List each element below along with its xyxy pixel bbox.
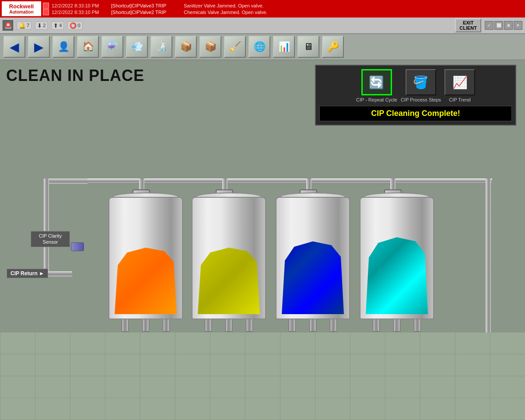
tool-fan-button[interactable]: 💨 xyxy=(126,36,148,58)
tank-recovered-leg-2 xyxy=(309,318,316,332)
cip-steps-label: CIP Process Steps xyxy=(401,97,441,102)
alarm-msg-1: Sanitizer Valve Jammed. Open valve. xyxy=(184,3,264,8)
tank-recovered-leg-1 xyxy=(289,318,296,332)
logo-rockwell: Rockwell xyxy=(9,3,34,10)
pipe-left-vertical xyxy=(44,178,49,275)
display-icon[interactable]: 🖥 xyxy=(504,21,513,30)
tank-chemicals-level-unit: Liters xyxy=(154,371,166,376)
tank-sanitizer-outlet-valve[interactable]: ⬡ xyxy=(219,332,238,348)
tool-broom-button[interactable]: 🧹 xyxy=(224,36,246,58)
alarm-icon[interactable]: 🚨 xyxy=(3,20,13,31)
cip-return-label: CIP Return xyxy=(7,269,48,278)
tank-recovered-level-value: 12499 xyxy=(293,368,319,378)
tank-chemicals-level-value: 8000 xyxy=(126,368,152,378)
cip-trend-label: CIP Trend xyxy=(449,97,470,102)
exit-client-button[interactable]: EXITCLIENT xyxy=(455,18,481,32)
tool-box-button[interactable]: 📦 xyxy=(175,36,197,58)
pump-motor-electric xyxy=(8,350,28,368)
cip-steps-icon: 🪣 xyxy=(406,69,436,95)
alarm-tag-1: [Shortcut]CIPValve3 TRIP xyxy=(111,3,181,8)
tank-recovered-level-label: Tank Level xyxy=(282,361,343,368)
tank-chemicals-shell xyxy=(108,197,183,319)
tank-fresh-leg-2 xyxy=(393,318,400,332)
toolbar: ◀ ▶ 👤 🏠 ⚗️ 💨 🍶 📦 📦 🧹 🌐 📊 🖥 🔑 xyxy=(0,34,525,60)
tank-recovered-leg-3 xyxy=(330,318,337,332)
tool-home-button[interactable]: 🏠 xyxy=(77,36,99,58)
tank-fresh-leg-3 xyxy=(414,318,421,332)
tank-recovered-level-row: 12499 Liters xyxy=(282,368,343,378)
clarity-sensor-device xyxy=(71,242,84,251)
alarm-down-badge: ⬇ 2 xyxy=(35,21,48,30)
tool-chart-button[interactable]: 📊 xyxy=(273,36,295,58)
tank-fresh-leg-1 xyxy=(373,318,380,332)
tank-recovered-outlet-valve[interactable]: ⬡ xyxy=(303,332,322,348)
nav-forward-button[interactable]: ▶ xyxy=(28,36,50,58)
tank-recovered-water: ⬡ Recovered Water Tank Level 12499 Liter… xyxy=(276,197,350,381)
tank-recovered-legs xyxy=(282,318,343,332)
pump-assembly: Idle xyxy=(8,350,80,368)
alarm-indicator-2 xyxy=(43,9,49,15)
cip-repeat-label: CIP - Repeat Cycle xyxy=(356,97,397,102)
alarm-entry-2: 12/2/2022 8:33:10 PM [Shortcut]CIPValve2… xyxy=(43,9,523,15)
alarm-count-badge: 🔔 7 xyxy=(17,21,32,30)
tank-sanitizer-leg-3 xyxy=(246,318,253,332)
nav-back-button[interactable]: ◀ xyxy=(4,36,25,58)
tank-chemicals-leg-2 xyxy=(142,318,149,332)
tank-fresh-level-unit: Liters xyxy=(405,371,417,376)
cip-button-group: 🔄 CIP - Repeat Cycle 🪣 CIP Process Steps… xyxy=(319,69,512,102)
cip-repeat-cycle-button[interactable]: 🔄 CIP - Repeat Cycle xyxy=(356,69,397,102)
cip-control-panel: 🔄 CIP - Repeat Cycle 🪣 CIP Process Steps… xyxy=(315,65,516,126)
tank-fresh-body xyxy=(360,197,434,319)
alarm-list: 12/2/2022 8:33:10 PM [Shortcut]CIPValve3… xyxy=(43,3,523,15)
tank-sanitizer-leg-1 xyxy=(205,318,212,332)
cip-trend-button[interactable]: 📈 CIP Trend xyxy=(444,69,475,102)
tank-chemicals-leg-1 xyxy=(122,318,129,332)
close-icon[interactable]: ✕ xyxy=(514,21,522,30)
tank-fresh-outlet-valve[interactable]: ⬡ xyxy=(387,332,406,348)
tank-fresh-water: ⬡ Fresh Water Tank Level 18500 Liters xyxy=(360,197,434,381)
tank-sanitizer-level-label: Tank Level xyxy=(198,361,259,368)
tank-chemicals-outlet-valve[interactable]: ⬡ xyxy=(136,332,155,348)
logo-automation: Automation xyxy=(9,10,34,14)
tank-recovered-shell xyxy=(276,197,350,319)
tool-globe-button[interactable]: 🌐 xyxy=(248,36,270,58)
tool-screen-button[interactable]: 🖥 xyxy=(298,36,319,58)
tool-bottle-button[interactable]: 🍶 xyxy=(150,36,172,58)
alarm-time-1: 12/2/2022 8:33:10 PM xyxy=(52,3,108,8)
tank-chemicals-liquid xyxy=(115,244,177,314)
tank-fresh-level-row: 18500 Liters xyxy=(366,368,427,378)
tank-chemicals-level-label: Tank Level xyxy=(115,361,176,368)
cip-process-steps-button[interactable]: 🪣 CIP Process Steps xyxy=(401,69,441,102)
alarm-indicator-1 xyxy=(43,3,49,9)
tank-chemicals-name: Chemicals xyxy=(130,350,161,357)
tank-sanitizer-liquid xyxy=(198,244,260,314)
tank-sanitizer-level-unit: Liters xyxy=(237,371,249,376)
alarm-bar: Rockwell Automation 12/2/2022 8:33:10 PM… xyxy=(0,0,525,18)
check-icon[interactable]: ✓ xyxy=(485,21,494,30)
tank-recovered-name: Recovered Water xyxy=(288,350,338,357)
tank-sanitizer-level-value: 7999 xyxy=(209,368,235,378)
pipe-left-entry xyxy=(44,178,88,184)
tank-recovered-level-unit: Liters xyxy=(321,371,333,376)
tank-recovered-body xyxy=(276,197,350,319)
tank-chemicals-level-row: 8000 Liters xyxy=(115,368,176,378)
tank-sanitizer: ⬡ Sanitizer Tank Level 7999 Liters xyxy=(192,197,266,381)
tool-key-button[interactable]: 🔑 xyxy=(322,36,344,58)
tool-beaker-button[interactable]: ⚗️ xyxy=(102,36,123,58)
alarm-entry-1: 12/2/2022 8:33:10 PM [Shortcut]CIPValve3… xyxy=(43,3,523,9)
drain-label: Drain xyxy=(495,358,517,364)
tool-box2-button[interactable]: 📦 xyxy=(200,36,221,58)
pipe-top-horizontal xyxy=(85,178,492,184)
tank-sanitizer-body xyxy=(192,197,266,319)
main-content: CLEAN IN PLACE 🔄 CIP - Repeat Cycle 🪣 CI… xyxy=(0,60,525,420)
tank-chemicals-body xyxy=(108,197,183,319)
tank-sanitizer-level-box: Tank Level 7999 Liters xyxy=(194,359,264,381)
cip-supply-motor-label[interactable]: CIP Supply Motor xyxy=(12,389,58,397)
tool-person-button[interactable]: 👤 xyxy=(52,36,74,58)
alarm-up-badge: ⬆ 4 xyxy=(51,21,64,30)
clarity-sensor-label: CIP ClaritySensor xyxy=(31,231,70,247)
window-icon[interactable]: ⬜ xyxy=(494,21,503,30)
tank-chemicals-leg-3 xyxy=(163,318,170,332)
tank-recovered-liquid xyxy=(282,238,344,314)
cip-trend-icon: 📈 xyxy=(444,69,475,95)
